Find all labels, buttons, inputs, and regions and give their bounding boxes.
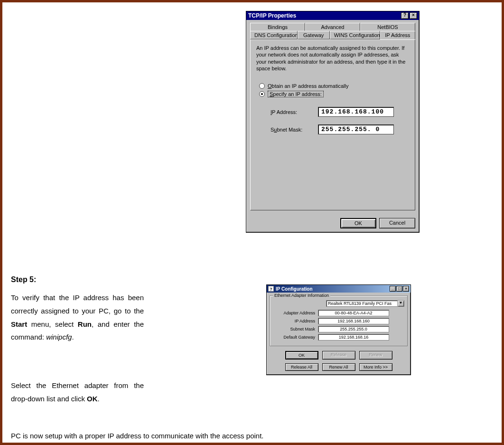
tab-panel-ip-address: An IP address can be automatically assig… bbox=[250, 39, 415, 210]
subnet-mask-input[interactable]: 255.255.255. 0 bbox=[318, 124, 394, 134]
dialog-body: Bindings Advanced NetBIOS DNS Configurat… bbox=[246, 20, 419, 214]
help-button[interactable]: ? bbox=[401, 12, 409, 19]
default-gateway-label: Default Gateway bbox=[273, 335, 318, 340]
chevron-down-icon: ▼ bbox=[397, 301, 404, 306]
tab-ip-address[interactable]: IP Address bbox=[380, 31, 415, 39]
text: To verify that the IP address has been c… bbox=[11, 294, 144, 315]
ip-address-input[interactable]: 192.168.168.100 bbox=[318, 107, 394, 117]
adapter-address-label: Adapter Address bbox=[273, 311, 318, 315]
maximize-button[interactable]: □ bbox=[396, 286, 402, 292]
dialog-title: TCP/IP Properties bbox=[248, 12, 400, 19]
tab-row-1: Bindings Advanced NetBIOS bbox=[250, 23, 415, 31]
release-all-button[interactable]: Release All bbox=[285, 363, 318, 371]
adapter-address-value: 00-80-48-EA-A4-A2 bbox=[318, 310, 389, 316]
bold-start: Start bbox=[11, 320, 27, 328]
text: . bbox=[72, 333, 74, 341]
tab-dns-configuration[interactable]: DNS Configuration bbox=[250, 31, 298, 39]
tab-advanced[interactable]: Advanced bbox=[305, 23, 360, 31]
ok-button[interactable]: OK bbox=[340, 218, 376, 228]
radio-obtain-auto[interactable]: Obtain an IP address automatically bbox=[259, 83, 409, 89]
italic-command: winipcfg bbox=[46, 333, 72, 341]
button-row-2: Release All Renew All More Info >> bbox=[267, 361, 411, 375]
subnet-mask-label: Subnet Mask bbox=[273, 327, 318, 331]
text: . bbox=[98, 395, 100, 403]
tab-wins-configuration[interactable]: WINS Configuration bbox=[330, 31, 380, 39]
adapter-value: Realtek RTL8139 Family PCI Fas bbox=[327, 301, 397, 306]
titlebar: TCP/IP Properties ? × bbox=[246, 11, 419, 20]
dialog-title: IP Configuration bbox=[276, 286, 389, 292]
tab-bindings[interactable]: Bindings bbox=[250, 23, 305, 31]
ok-button[interactable]: OK bbox=[285, 351, 318, 360]
close-button[interactable]: × bbox=[403, 286, 409, 292]
ethernet-adapter-group: Ethernet Adapter Information Realtek RTL… bbox=[270, 295, 408, 346]
step-paragraph-3: PC is now setup with a proper IP address… bbox=[11, 430, 485, 442]
close-button[interactable]: × bbox=[410, 12, 417, 19]
dialog-buttons: OK Cancel bbox=[246, 214, 419, 232]
tcpip-properties-dialog: TCP/IP Properties ? × Bindings Advanced … bbox=[246, 11, 420, 233]
tab-gateway[interactable]: Gateway bbox=[298, 31, 330, 39]
titlebar: ? IP Configuration _ □ × bbox=[267, 285, 411, 293]
radio-specify-label: pecify an IP address: bbox=[273, 91, 322, 97]
renew-button[interactable]: Renew bbox=[359, 351, 392, 360]
text: menu, select bbox=[27, 320, 78, 328]
help-text: An IP address can be automatically assig… bbox=[256, 45, 409, 72]
bold-run: Run bbox=[78, 320, 92, 328]
release-button[interactable]: Release bbox=[322, 351, 355, 360]
adapter-select[interactable]: Realtek RTL8139 Family PCI Fas ▼ bbox=[326, 300, 404, 307]
default-gateway-value: 192.168.168.16 bbox=[318, 334, 389, 341]
tab-row-2: DNS Configuration Gateway WINS Configura… bbox=[250, 31, 415, 39]
step-heading: Step 5: bbox=[11, 275, 36, 284]
button-row-1: OK Release Renew bbox=[267, 349, 411, 361]
radio-icon bbox=[259, 83, 265, 89]
ip-address-label: IP Address: bbox=[271, 109, 318, 115]
bold-ok: OK bbox=[87, 395, 98, 403]
document-page: TCP/IP Properties ? × Bindings Advanced … bbox=[0, 0, 504, 445]
more-info-button[interactable]: More Info >> bbox=[359, 363, 392, 371]
radio-specify[interactable]: Specify an IP address: bbox=[259, 91, 409, 97]
ip-address-label: IP Address bbox=[273, 319, 318, 323]
group-title: Ethernet Adapter Information bbox=[273, 293, 330, 298]
text: Select the Ethernet adapter from the dro… bbox=[11, 381, 144, 403]
subnet-mask-value: 255.255.255.0 bbox=[318, 326, 389, 332]
step-paragraph-2: Select the Ethernet adapter from the dro… bbox=[11, 379, 144, 406]
radio-obtain-label: btain an IP address automatically bbox=[272, 83, 349, 89]
step-paragraph-1: To verify that the IP address has been c… bbox=[11, 291, 144, 344]
cancel-button[interactable]: Cancel bbox=[379, 218, 415, 228]
tab-netbios[interactable]: NetBIOS bbox=[360, 23, 415, 31]
radio-icon-selected bbox=[259, 91, 265, 97]
ip-configuration-dialog: ? IP Configuration _ □ × Ethernet Adapte… bbox=[266, 284, 411, 375]
subnet-mask-label: Subnet Mask: bbox=[271, 127, 318, 133]
ip-address-value: 192.168.168.160 bbox=[318, 318, 389, 324]
minimize-button[interactable]: _ bbox=[390, 286, 396, 292]
ip-fields: IP Address: 192.168.168.100 Subnet Mask:… bbox=[271, 107, 409, 134]
app-icon: ? bbox=[268, 286, 274, 292]
renew-all-button[interactable]: Renew All bbox=[322, 363, 355, 371]
